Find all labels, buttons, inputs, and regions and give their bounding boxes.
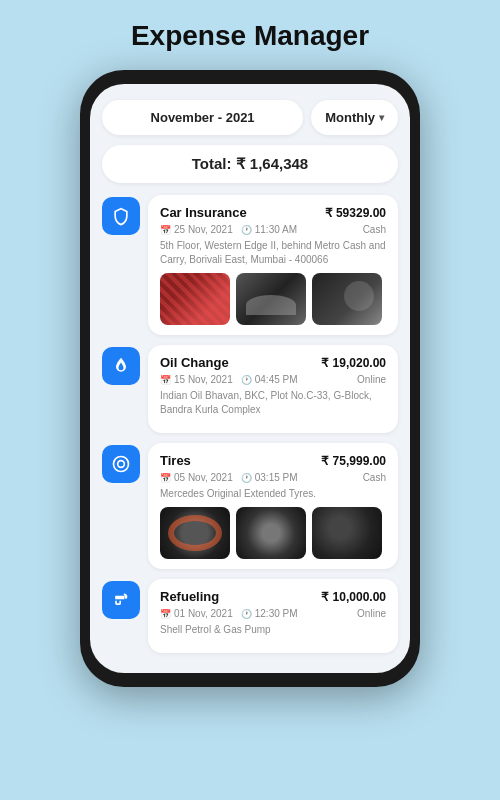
- period-selector[interactable]: Monthly ▾: [311, 100, 398, 135]
- calendar-icon: 📅: [160, 225, 171, 235]
- calendar-icon: 📅: [160, 609, 171, 619]
- expense-name: Tires: [160, 453, 191, 468]
- expense-top-row: Oil Change ₹ 19,020.00: [160, 355, 386, 370]
- expense-meta: 📅 01 Nov, 2021 🕐 12:30 PM Online: [160, 608, 386, 619]
- phone-shell: November - 2021 Monthly ▾ Total: ₹ 1,64,…: [80, 70, 420, 687]
- expense-payment: Cash: [363, 224, 386, 235]
- calendar-icon: 📅: [160, 473, 171, 483]
- expense-amount: ₹ 10,000.00: [321, 590, 386, 604]
- phone-screen: November - 2021 Monthly ▾ Total: ₹ 1,64,…: [90, 84, 410, 673]
- list-item: Tires ₹ 75,999.00 📅 05 Nov, 2021 🕐 03:15…: [102, 443, 398, 569]
- tires-card: Tires ₹ 75,999.00 📅 05 Nov, 2021 🕐 03:15…: [148, 443, 398, 569]
- expense-image-3: [312, 273, 382, 325]
- expense-top-row: Tires ₹ 75,999.00: [160, 453, 386, 468]
- car-insurance-icon: [102, 197, 140, 235]
- expense-time: 🕐 03:15 PM: [241, 472, 298, 483]
- expense-description: Shell Petrol & Gas Pump: [160, 623, 386, 637]
- expense-amount: ₹ 59329.00: [325, 206, 386, 220]
- expense-image-1: [160, 273, 230, 325]
- expense-amount: ₹ 19,020.00: [321, 356, 386, 370]
- app-title: Expense Manager: [131, 20, 369, 52]
- calendar-icon: 📅: [160, 375, 171, 385]
- oil-change-icon: [102, 347, 140, 385]
- expense-time: 🕐 04:45 PM: [241, 374, 298, 385]
- expense-payment: Online: [357, 374, 386, 385]
- expense-name: Refueling: [160, 589, 219, 604]
- expense-description: 5th Floor, Western Edge II, behind Metro…: [160, 239, 386, 267]
- oil-change-card: Oil Change ₹ 19,020.00 📅 15 Nov, 2021 🕐 …: [148, 345, 398, 433]
- clock-icon: 🕐: [241, 375, 252, 385]
- total-display: Total: ₹ 1,64,348: [102, 145, 398, 183]
- expense-images: [160, 507, 386, 559]
- refueling-icon: [102, 581, 140, 619]
- expense-name: Oil Change: [160, 355, 229, 370]
- expense-description: Mercedes Original Extended Tyres.: [160, 487, 386, 501]
- expense-payment: Cash: [363, 472, 386, 483]
- clock-icon: 🕐: [241, 609, 252, 619]
- expense-top-row: Car Insurance ₹ 59329.00: [160, 205, 386, 220]
- expense-name: Car Insurance: [160, 205, 247, 220]
- list-item: Car Insurance ₹ 59329.00 📅 25 Nov, 2021 …: [102, 195, 398, 335]
- list-item: Oil Change ₹ 19,020.00 📅 15 Nov, 2021 🕐 …: [102, 345, 398, 433]
- expense-meta: 📅 05 Nov, 2021 🕐 03:15 PM Cash: [160, 472, 386, 483]
- clock-icon: 🕐: [241, 473, 252, 483]
- expense-date: 📅 05 Nov, 2021: [160, 472, 233, 483]
- expense-date: 📅 01 Nov, 2021: [160, 608, 233, 619]
- clock-icon: 🕐: [241, 225, 252, 235]
- car-insurance-card: Car Insurance ₹ 59329.00 📅 25 Nov, 2021 …: [148, 195, 398, 335]
- header-row: November - 2021 Monthly ▾: [102, 100, 398, 135]
- expense-date: 📅 25 Nov, 2021: [160, 224, 233, 235]
- expense-payment: Online: [357, 608, 386, 619]
- expense-image-1: [160, 507, 230, 559]
- expense-time: 🕐 12:30 PM: [241, 608, 298, 619]
- chevron-down-icon: ▾: [379, 112, 384, 123]
- expense-list: Car Insurance ₹ 59329.00 📅 25 Nov, 2021 …: [102, 195, 398, 653]
- period-label: Monthly: [325, 110, 375, 125]
- expense-meta: 📅 15 Nov, 2021 🕐 04:45 PM Online: [160, 374, 386, 385]
- expense-images: [160, 273, 386, 325]
- expense-amount: ₹ 75,999.00: [321, 454, 386, 468]
- date-selector[interactable]: November - 2021: [102, 100, 303, 135]
- tires-icon: [102, 445, 140, 483]
- refueling-card: Refueling ₹ 10,000.00 📅 01 Nov, 2021 🕐 1…: [148, 579, 398, 653]
- list-item: Refueling ₹ 10,000.00 📅 01 Nov, 2021 🕐 1…: [102, 579, 398, 653]
- expense-image-3: [312, 507, 382, 559]
- expense-image-2: [236, 273, 306, 325]
- expense-description: Indian Oil Bhavan, BKC, Plot No.C-33, G-…: [160, 389, 386, 417]
- expense-date: 📅 15 Nov, 2021: [160, 374, 233, 385]
- expense-top-row: Refueling ₹ 10,000.00: [160, 589, 386, 604]
- expense-time: 🕐 11:30 AM: [241, 224, 297, 235]
- expense-image-2: [236, 507, 306, 559]
- expense-meta: 📅 25 Nov, 2021 🕐 11:30 AM Cash: [160, 224, 386, 235]
